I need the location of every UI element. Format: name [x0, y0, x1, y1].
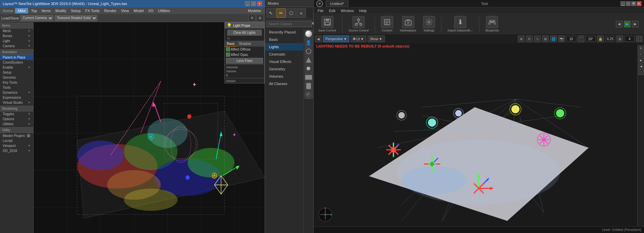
prev-layout-btn[interactable]: ◀ [315, 35, 322, 42]
camera-speed-icon[interactable]: 📷 [558, 35, 565, 42]
edit-menu[interactable]: Edit [328, 8, 337, 13]
transform-icon-btn[interactable]: ⊕ [518, 35, 525, 42]
snap-icon-btn[interactable]: ⊞ [542, 35, 549, 42]
modify-menu[interactable]: Modify [53, 8, 68, 13]
ue-restore-btn[interactable]: □ [626, 1, 631, 6]
sidebar-toggles[interactable]: Toggles▼ [0, 111, 33, 116]
edge-btn-1[interactable]: ⚙ [638, 46, 644, 51]
basic-item[interactable]: Basic [265, 36, 303, 43]
lw-close-btn[interactable]: ✕ [257, 1, 262, 6]
help-menu[interactable]: Help [358, 8, 368, 13]
lw-minimize-btn[interactable]: _ [245, 1, 250, 6]
edge-btn-3[interactable]: ▶ [638, 58, 644, 63]
sidebar-setup[interactable]: Setup [0, 70, 33, 75]
lock-icon-btn[interactable]: 🔒 [597, 35, 604, 42]
paint-mode-btn[interactable]: ✏ [276, 8, 286, 18]
extra-mode-btn[interactable]: » [297, 8, 306, 18]
recently-placed-item[interactable]: Recently Placed [265, 28, 303, 36]
basic-tab[interactable]: Basic [225, 41, 237, 47]
camera-select[interactable]: Current Camera [20, 15, 53, 21]
geometry-item[interactable]: Geometry [265, 65, 303, 73]
model-menu[interactable]: Model [132, 8, 146, 13]
settings-icon-btn[interactable]: ⚙ [249, 15, 255, 21]
ue-viewport[interactable]: ◀ Perspective ▼ Lit ▼ Show ▼ ⊕ ↻ ⤡ [314, 34, 644, 233]
visual-effects-item[interactable]: Visual Effects [265, 58, 303, 65]
all-classes-item[interactable]: All Classes [265, 80, 303, 87]
edge-btn-5[interactable]: ⋮ [638, 70, 644, 75]
sidebar-viewport[interactable]: Viewport▼ [0, 143, 33, 148]
settings-btn[interactable]: Settings [421, 15, 437, 33]
lens-flare-btn[interactable]: Lens Flare [226, 58, 263, 64]
sidebar-genoma[interactable]: Genoma [0, 75, 33, 80]
clear-all-lights-btn[interactable]: Clear All Lights [227, 30, 262, 35]
volumes-item[interactable]: Volumes [265, 73, 303, 80]
search-classes-input[interactable] [269, 22, 311, 26]
world-icon-btn[interactable]: 🌐 [550, 35, 557, 42]
sidebar-master-plugins[interactable]: Master Plugins Q [0, 133, 33, 138]
perspective-btn[interactable]: Perspective ▼ [323, 35, 349, 42]
search-classes-container[interactable]: 🔍 [266, 21, 312, 27]
lw-maximize-btn[interactable]: □ [251, 1, 256, 6]
source-control-btn[interactable]: Source Control [346, 15, 371, 33]
sidebar-key-tools[interactable]: Key Tools [0, 80, 33, 85]
sidebar-tools[interactable]: Tools [0, 85, 33, 90]
cinematic-item[interactable]: Cinematic [265, 51, 303, 58]
cursor-mode-btn[interactable]: ↖ [266, 8, 276, 18]
window-menu[interactable]: Window [339, 8, 355, 13]
rotate-icon-btn[interactable]: ↻ [526, 35, 533, 42]
blueprints-btn[interactable]: 🎮 Blueprints [483, 15, 501, 33]
mesh-mode-btn[interactable]: ⬡ [286, 8, 296, 18]
load-save-btn[interactable]: Load/Save [1, 16, 19, 20]
sidebar-enable[interactable]: Enable▼ [0, 65, 33, 70]
sidebar-dynamics[interactable]: Dynamics▼ [0, 90, 33, 95]
setup-menu[interactable]: Setup [69, 8, 83, 13]
ue-close-btn[interactable]: ✕ [637, 1, 641, 6]
sidebar-light[interactable]: Light▼ [0, 38, 33, 44]
save-current-btn[interactable]: Save Current [316, 15, 338, 33]
grid-icon-btn-ue[interactable]: ⊞ [616, 35, 623, 42]
view-menu[interactable]: View [119, 8, 131, 13]
fullscreen-btn[interactable]: ⛶ [636, 35, 643, 42]
ue-maximize-btn[interactable]: ⧉ [631, 1, 636, 6]
play-btn[interactable]: ▶ [624, 21, 631, 27]
sidebar-camera[interactable]: Camera▼ [0, 44, 33, 49]
sidebar-virtual-studio[interactable]: Virtual Studio▼ [0, 100, 33, 105]
render-menu[interactable]: Render [102, 8, 118, 13]
affect-diffuse-checkbox[interactable]: ✓ [226, 47, 230, 51]
scale-icon-btn[interactable]: ⤡ [534, 35, 541, 42]
modeler-menu[interactable]: Modeler [246, 8, 263, 13]
mike-menu[interactable]: Mike [15, 8, 28, 13]
edge-btn-2[interactable]: + [638, 52, 644, 57]
sidebar-mesh[interactable]: Mesh▼ [0, 28, 33, 33]
marketplace-btn[interactable]: Marketplace [398, 15, 418, 33]
arrow-right-btn[interactable]: ▶ [632, 21, 639, 27]
sidebar-lscript[interactable]: Lscript [0, 138, 33, 143]
ue-tab[interactable]: Untitled* [326, 1, 348, 7]
content-btn[interactable]: Content [379, 15, 395, 33]
utilities-menu[interactable]: Utilities [156, 8, 172, 13]
grid-icon-btn[interactable]: ⊞ [257, 15, 263, 21]
fxtools-menu[interactable]: FX Tools [83, 8, 102, 13]
arrow-left-btn[interactable]: ◀ [616, 21, 623, 27]
sidebar-od2018[interactable]: OD_2018▼ [0, 148, 33, 153]
lights-item[interactable]: Lights [265, 43, 303, 51]
file-menu[interactable]: File [316, 8, 325, 13]
sidebar-expressions[interactable]: Expressions [0, 95, 33, 100]
sidebar-options[interactable]: Options▼ [0, 116, 33, 122]
show-btn[interactable]: Show ▼ [368, 35, 385, 42]
items-menu[interactable]: Items [40, 8, 53, 13]
angle-icon-btn[interactable]: ⌒ [578, 35, 584, 42]
top-menu[interactable]: Top [29, 8, 39, 13]
ue-minimize-btn[interactable]: _ [621, 1, 625, 6]
sidebar-coordsystem[interactable]: CoordSystem [0, 60, 33, 65]
lit-btn[interactable]: Lit ▼ [351, 35, 366, 42]
import-datasmith-btn[interactable]: ⬇ Import Datasmith... [445, 15, 475, 33]
sidebar-parent-in-place[interactable]: Parent in Place [0, 55, 33, 60]
edge-btn-4[interactable]: ◀ [638, 64, 644, 69]
shadow-tab[interactable]: Shadow [237, 41, 253, 47]
display-select[interactable]: Textured Shaded Solid [55, 15, 97, 21]
lw-viewport[interactable]: ✦ [34, 22, 265, 233]
affect-opac-checkbox[interactable]: ✓ [226, 53, 230, 57]
sidebar-utilities[interactable]: Utilities▼ [0, 122, 33, 127]
sidebar-bones[interactable]: Bones▼ [0, 33, 33, 38]
